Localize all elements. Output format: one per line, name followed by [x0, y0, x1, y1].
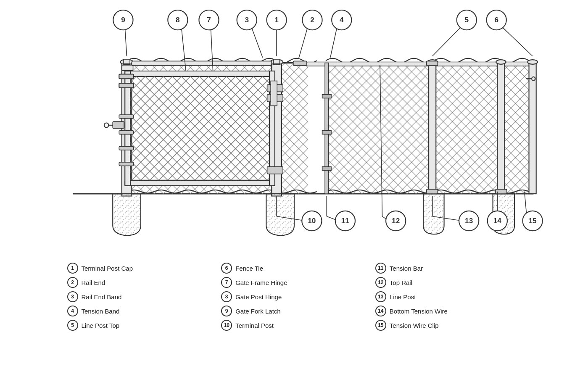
legend-number: 7 — [221, 277, 232, 288]
svg-line-60 — [298, 27, 307, 58]
legend-number: 8 — [221, 291, 232, 302]
svg-rect-34 — [119, 115, 133, 119]
legend-item: 2 Rail End — [67, 277, 213, 288]
legend-item: 8 Gate Post Hinge — [221, 291, 367, 302]
svg-rect-50 — [113, 121, 124, 128]
svg-rect-22 — [125, 71, 130, 186]
legend-label: Tension Wire Clip — [390, 322, 439, 329]
legend-label: Top Rail — [390, 279, 412, 286]
legend-label: Terminal Post Cap — [82, 265, 133, 272]
legend-label: Fence Tie — [235, 265, 263, 272]
legend-number: 10 — [221, 320, 232, 331]
svg-rect-40 — [322, 131, 331, 134]
svg-rect-28 — [271, 81, 277, 106]
svg-rect-39 — [322, 95, 331, 98]
legend-item: 5 Line Post Top — [67, 320, 213, 331]
legend-label: Gate Fork Latch — [235, 308, 281, 315]
svg-rect-16 — [124, 59, 130, 64]
svg-rect-37 — [119, 162, 133, 166]
legend-label: Tension Band — [82, 308, 120, 315]
svg-text:11: 11 — [341, 216, 349, 225]
legend-item: 12 Top Rail — [375, 277, 521, 288]
legend-item: 15 Tension Wire Clip — [375, 320, 521, 331]
legend-label: Tension Bar — [390, 265, 423, 272]
svg-text:13: 13 — [465, 216, 473, 225]
svg-rect-21 — [125, 180, 275, 186]
legend-label: Terminal Post — [235, 322, 274, 329]
legend-number: 14 — [375, 306, 386, 316]
legend-number: 11 — [375, 263, 386, 274]
legend-number: 4 — [67, 306, 78, 316]
svg-text:8: 8 — [176, 16, 180, 24]
svg-text:14: 14 — [493, 216, 501, 225]
legend-item: 4 Tension Band — [67, 306, 213, 316]
fence-diagram-svg: 1 2 3 4 5 6 7 8 9 — [42, 4, 546, 248]
svg-text:15: 15 — [528, 216, 537, 225]
legend-item: 10 Terminal Post — [221, 320, 367, 331]
svg-line-63 — [251, 27, 262, 58]
svg-text:12: 12 — [392, 216, 400, 225]
legend-label: Line Post — [390, 293, 416, 300]
legend-container: 1 Terminal Post Cap 6 Fence Tie 11 Tensi… — [42, 254, 546, 339]
legend-label: Gate Post Hinge — [235, 293, 282, 300]
legend-item: 9 Gate Fork Latch — [221, 306, 367, 316]
svg-rect-38 — [325, 63, 329, 194]
svg-rect-47 — [529, 63, 536, 194]
legend-label: Rail End — [82, 279, 105, 286]
diagram-area: 1 2 3 4 5 6 7 8 9 — [0, 0, 588, 252]
svg-rect-55 — [426, 189, 438, 194]
legend-number: 1 — [67, 263, 78, 274]
legend-item: 1 Terminal Post Cap — [67, 263, 213, 274]
legend-item: 3 Rail End Band — [67, 291, 213, 302]
svg-rect-35 — [119, 131, 133, 134]
svg-line-72 — [502, 27, 533, 56]
legend-item: 13 Line Post — [375, 291, 521, 302]
svg-rect-32 — [119, 74, 133, 79]
svg-rect-36 — [119, 146, 133, 150]
svg-rect-24 — [130, 76, 269, 180]
svg-rect-44 — [426, 61, 438, 66]
svg-point-48 — [527, 60, 538, 64]
svg-rect-42 — [429, 63, 436, 194]
svg-rect-30 — [293, 61, 306, 66]
legend-number: 15 — [375, 320, 386, 331]
legend-number: 12 — [375, 277, 386, 288]
svg-text:3: 3 — [245, 16, 249, 24]
svg-text:2: 2 — [310, 16, 314, 24]
legend-number: 3 — [67, 291, 78, 302]
svg-rect-29 — [121, 65, 133, 71]
svg-text:4: 4 — [339, 16, 343, 24]
legend-item: 6 Fence Tie — [221, 263, 367, 274]
svg-text:5: 5 — [464, 16, 469, 24]
svg-rect-45 — [497, 63, 504, 194]
svg-rect-19 — [273, 59, 279, 64]
legend-number: 13 — [375, 291, 386, 302]
svg-text:9: 9 — [121, 16, 125, 24]
legend-item: 7 Gate Frame Hinge — [221, 277, 367, 288]
legend-number: 5 — [67, 320, 78, 331]
svg-point-46 — [496, 60, 506, 64]
legend-number: 6 — [221, 263, 232, 274]
svg-point-52 — [104, 123, 108, 127]
svg-text:1: 1 — [274, 16, 279, 24]
svg-rect-27 — [267, 167, 283, 174]
svg-text:10: 10 — [308, 216, 316, 225]
svg-rect-41 — [322, 167, 331, 171]
svg-text:6: 6 — [494, 16, 498, 24]
svg-line-69 — [432, 27, 461, 56]
legend-label: Bottom Tension Wire — [390, 308, 448, 315]
legend-label: Rail End Band — [82, 293, 122, 300]
legend-number: 9 — [221, 306, 232, 316]
legend-label: Gate Frame Hinge — [235, 279, 287, 286]
svg-line-81 — [125, 27, 127, 56]
legend-number: 2 — [67, 277, 78, 288]
svg-rect-20 — [125, 71, 275, 76]
svg-text:7: 7 — [207, 16, 211, 24]
svg-rect-33 — [119, 83, 133, 88]
legend-item: 11 Tension Bar — [375, 263, 521, 274]
svg-line-66 — [330, 27, 337, 58]
legend-item: 14 Bottom Tension Wire — [375, 306, 521, 316]
svg-rect-49 — [132, 61, 272, 66]
legend-label: Line Post Top — [82, 322, 120, 329]
